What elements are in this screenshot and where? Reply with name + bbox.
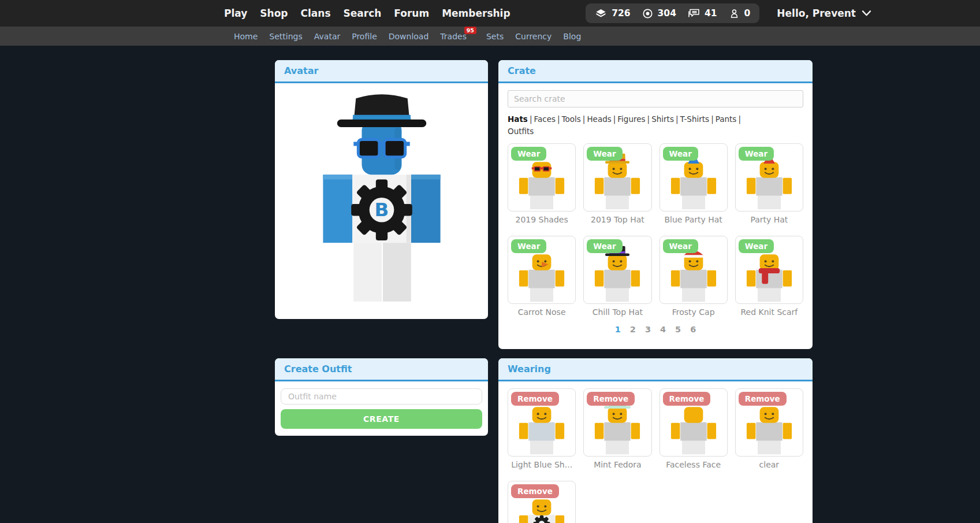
item-cell: Remove [508, 481, 576, 523]
subnav-currency[interactable]: Currency [515, 32, 552, 41]
category-hats[interactable]: Hats [508, 114, 528, 124]
remove-button[interactable]: Remove [511, 484, 559, 498]
item-thumbnail [513, 152, 571, 211]
subnav-sets[interactable]: Sets [486, 32, 504, 41]
wear-button[interactable]: Wear [587, 239, 622, 253]
panel-title: Avatar [275, 60, 488, 83]
item-thumbnail [588, 244, 646, 303]
subnav-trades[interactable]: Trades 95 [440, 32, 467, 41]
item-cell: Remove Light Blue Sh... [508, 388, 576, 469]
wear-button[interactable]: Wear [511, 239, 546, 253]
category-separator: | [647, 114, 650, 124]
page-6[interactable]: 6 [690, 325, 696, 334]
wear-button[interactable]: Wear [663, 239, 698, 253]
page-4[interactable]: 4 [660, 325, 666, 334]
category-tshirts[interactable]: T-Shirts [680, 114, 709, 124]
item-card[interactable]: Wear [659, 236, 728, 304]
crate-item-grid: Wear 2019 Shades Wear [508, 143, 803, 317]
friend-requests-icon [729, 8, 740, 19]
page-5[interactable]: 5 [675, 325, 681, 334]
category-heads[interactable]: Heads [587, 114, 611, 124]
item-thumbnail [740, 397, 798, 456]
category-separator: | [583, 114, 586, 124]
item-cell: Wear Red Knit Scarf [735, 236, 803, 317]
remove-button[interactable]: Remove [663, 392, 711, 406]
remove-button[interactable]: Remove [587, 392, 635, 406]
item-card[interactable]: Wear [735, 236, 803, 304]
item-thumbnail [513, 397, 571, 456]
remove-button[interactable]: Remove [511, 392, 559, 406]
item-card[interactable]: Remove [659, 388, 728, 457]
stat-messages[interactable]: 41 [688, 8, 717, 19]
crate-pagination: 1 2 3 4 5 6 [508, 325, 803, 334]
subnav-blog[interactable]: Blog [563, 32, 581, 41]
item-cell: Wear Party Hat [735, 143, 803, 224]
category-separator: | [530, 114, 532, 124]
category-faces[interactable]: Faces [534, 114, 556, 124]
category-separator: | [613, 114, 616, 124]
subnav-profile[interactable]: Profile [352, 32, 377, 41]
category-outfits[interactable]: Outfits [508, 127, 534, 136]
item-card[interactable]: Remove [735, 388, 803, 457]
secondary-navbar: Home Settings Avatar Profile Download Tr… [0, 27, 980, 46]
category-separator: | [738, 114, 741, 124]
wear-button[interactable]: Wear [663, 147, 698, 161]
item-card[interactable]: Wear [508, 236, 576, 304]
stat-bits[interactable]: 304 [642, 8, 676, 19]
stat-friend-requests[interactable]: 0 [729, 8, 751, 19]
chevron-down-icon [862, 8, 871, 19]
nav-link-clans[interactable]: Clans [301, 8, 331, 19]
page-1[interactable]: 1 [615, 325, 621, 334]
category-figures[interactable]: Figures [617, 114, 645, 124]
item-card[interactable]: Remove [508, 388, 576, 457]
wear-button[interactable]: Wear [511, 147, 546, 161]
item-card[interactable]: Wear [583, 236, 651, 304]
subnav-avatar[interactable]: Avatar [314, 32, 340, 41]
outfit-name-input[interactable] [281, 388, 482, 405]
category-tools[interactable]: Tools [562, 114, 581, 124]
stat-value: 41 [705, 8, 717, 18]
nav-link-forum[interactable]: Forum [394, 8, 429, 19]
nav-link-membership[interactable]: Membership [442, 8, 510, 19]
crate-search-input[interactable] [508, 90, 803, 107]
item-name: Red Knit Scarf [735, 307, 803, 317]
stat-value: 0 [744, 8, 751, 18]
item-card[interactable]: Wear [659, 143, 728, 212]
item-card[interactable]: Remove [508, 481, 576, 523]
item-name: 2019 Shades [508, 215, 576, 224]
subnav-home[interactable]: Home [234, 32, 258, 41]
nav-link-shop[interactable]: Shop [260, 8, 288, 19]
category-shirts[interactable]: Shirts [651, 114, 674, 124]
remove-button[interactable]: Remove [739, 392, 787, 406]
item-card[interactable]: Wear [583, 143, 651, 212]
wearing-panel: Wearing Remove Light Blue Sh... Remove [498, 358, 813, 523]
user-menu[interactable]: Hello, Prevent [777, 8, 871, 19]
item-cell: Wear Blue Party Hat [659, 143, 728, 224]
item-thumbnail [588, 152, 646, 211]
item-name: clear [735, 460, 803, 469]
item-card[interactable]: Wear [735, 143, 803, 212]
wear-button[interactable]: Wear [739, 239, 774, 253]
subnav-download[interactable]: Download [389, 32, 429, 41]
user-greeting: Hello, Prevent [777, 8, 856, 19]
category-separator: | [557, 114, 560, 124]
item-name: 2019 Top Hat [583, 215, 651, 224]
item-thumbnail [513, 244, 571, 303]
nav-link-play[interactable]: Play [224, 8, 247, 19]
page-3[interactable]: 3 [645, 325, 651, 334]
item-card[interactable]: Remove [583, 388, 651, 457]
gear-logo-letter: B [374, 199, 389, 221]
wear-button[interactable]: Wear [739, 147, 774, 161]
create-outfit-button[interactable]: CREATE [281, 409, 482, 429]
subnav-settings[interactable]: Settings [269, 32, 302, 41]
page-2[interactable]: 2 [630, 325, 636, 334]
trades-count-badge: 95 [464, 27, 476, 34]
item-name: Chill Top Hat [583, 307, 651, 317]
item-thumbnail [740, 152, 798, 211]
item-card[interactable]: Wear [508, 143, 576, 212]
category-pants[interactable]: Pants [716, 114, 737, 124]
stat-bucks[interactable]: 726 [595, 8, 630, 19]
nav-link-search[interactable]: Search [344, 8, 382, 19]
crate-panel: Crate Hats|Faces|Tools|Heads|Figures|Shi… [498, 60, 813, 349]
wear-button[interactable]: Wear [587, 147, 622, 161]
